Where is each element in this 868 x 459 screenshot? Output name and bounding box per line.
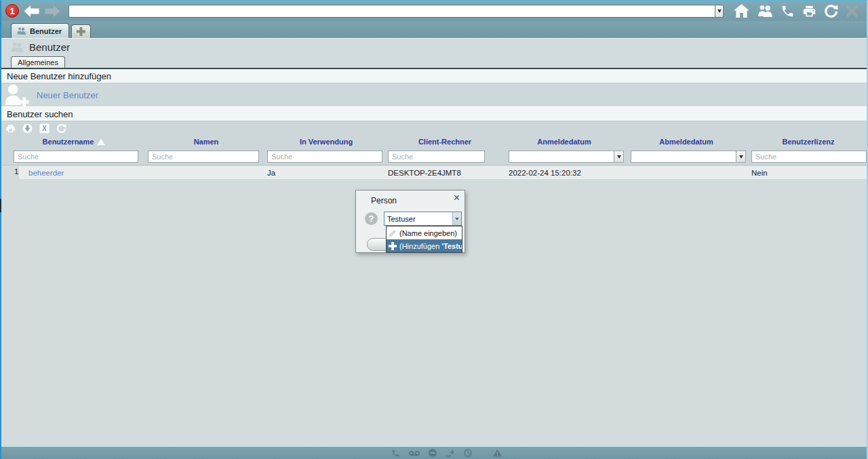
cell-benutzername[interactable]: beheerder	[19, 166, 146, 179]
filter-client-rechner-input[interactable]	[388, 151, 485, 163]
export-download-button[interactable]	[22, 123, 33, 134]
column-header-benutzername[interactable]: Benutzername	[1, 135, 146, 148]
add-tab-button[interactable]	[71, 24, 91, 38]
phone-icon	[781, 4, 795, 18]
bottom-status-bar	[1, 446, 867, 459]
notification-badge: 1	[5, 4, 19, 18]
cell-namen	[146, 166, 266, 179]
address-input[interactable]	[68, 5, 715, 18]
option-enter-name[interactable]: (Name eingeben)	[387, 226, 462, 239]
home-button[interactable]	[734, 4, 749, 18]
refresh-table-button[interactable]	[56, 123, 67, 134]
filter-abmeldedatum-select[interactable]	[631, 151, 746, 163]
sub-tab-strip: Allgemeines	[1, 56, 867, 68]
person-dialog: Person × ? (Name eingeben) (Hinzufügen '…	[355, 190, 465, 253]
select-dropdown-button[interactable]	[614, 151, 623, 162]
column-header-namen[interactable]: Namen	[146, 135, 266, 148]
tab-benutzer[interactable]: Benutzer	[11, 23, 69, 38]
refresh-button[interactable]	[824, 4, 838, 18]
filter-namen-input[interactable]	[148, 151, 259, 163]
phone-button[interactable]	[781, 4, 795, 18]
do-not-disturb-icon	[429, 449, 437, 457]
column-header-client-rechner[interactable]: Client-Rechner	[387, 135, 503, 148]
cell-benutzerlizenz: Nein	[747, 166, 868, 179]
refresh-icon	[824, 4, 838, 18]
tab-strip: Benutzer	[1, 21, 867, 38]
print-table-button[interactable]	[5, 123, 16, 134]
home-icon	[734, 4, 749, 18]
tab-allgemeines[interactable]: Allgemeines	[11, 56, 65, 68]
phone-forward-icon	[446, 450, 455, 457]
row-number: 1	[14, 167, 18, 176]
phone-icon	[391, 449, 400, 458]
option-add-testuser[interactable]: (Hinzufügen 'Testuser'	[387, 239, 462, 252]
refresh-icon	[56, 123, 66, 134]
page-title: Benutzer	[29, 41, 70, 53]
users-icon	[16, 27, 26, 35]
contacts-button[interactable]	[757, 5, 773, 17]
topbar-actions	[730, 4, 863, 18]
table-filter-row	[1, 148, 867, 165]
chevron-down-icon	[739, 155, 743, 159]
column-header-anmeldedatum[interactable]: Anmeldedatum	[503, 135, 625, 148]
tab-label: Benutzer	[30, 27, 62, 35]
combo-option-list: (Name eingeben) (Hinzufügen 'Testuser'	[386, 226, 462, 253]
column-header-benutzerlizenz[interactable]: Benutzerlizenz	[747, 135, 868, 148]
select-value	[631, 151, 736, 162]
select-dropdown-button[interactable]	[736, 151, 745, 162]
print-icon	[5, 123, 16, 134]
person-name-input[interactable]	[384, 212, 452, 225]
dialog-title: Person	[371, 196, 397, 205]
forward-icon	[45, 5, 60, 17]
forward-button[interactable]	[43, 3, 61, 18]
column-header-abmeldedatum[interactable]: Abmeldedatum	[625, 135, 747, 148]
users-icon	[10, 42, 24, 52]
new-user-link[interactable]: Neuer Benutzer	[37, 90, 98, 100]
combo-dropdown-button[interactable]	[452, 212, 461, 225]
dialog-close-button[interactable]: ×	[454, 193, 460, 203]
close-window-button[interactable]	[846, 5, 859, 18]
section-header-search-users: Benutzer suchen	[1, 106, 867, 121]
filter-in-verwendung-input[interactable]	[267, 151, 382, 163]
contacts-icon	[757, 5, 773, 17]
chevron-down-icon	[455, 218, 459, 220]
svg-text:X: X	[42, 125, 47, 132]
plus-icon	[389, 242, 397, 250]
address-bar-group	[68, 5, 724, 18]
add-user-panel: Neuer Benutzer	[1, 83, 867, 106]
page-header: Benutzer	[1, 38, 867, 56]
print-icon	[802, 4, 816, 18]
help-icon: ?	[365, 212, 378, 225]
section-header-add-users: Neue Benutzer hinzufügen	[1, 69, 867, 83]
plus-icon	[77, 27, 85, 36]
excel-icon: X	[39, 123, 50, 134]
table-toolbar: X	[1, 121, 867, 135]
filter-benutzername-input[interactable]	[14, 151, 138, 163]
close-icon	[846, 5, 859, 18]
address-dropdown-button[interactable]	[715, 5, 724, 18]
column-header-in-verwendung[interactable]: In Verwendung	[266, 135, 387, 148]
warning-icon	[493, 449, 502, 457]
filter-anmeldedatum-select[interactable]	[509, 151, 624, 163]
person-add-icon	[4, 84, 30, 106]
chevron-down-icon	[717, 9, 722, 13]
person-combobox	[384, 212, 462, 226]
table-header-row: Benutzername Namen In Verwendung Client-…	[1, 135, 867, 148]
excel-export-button[interactable]: X	[39, 123, 50, 134]
cell-client-rechner: DESKTOP-2E4JMT8	[387, 166, 503, 179]
top-navigation-bar: 1	[1, 1, 867, 21]
table-row[interactable]: 1 beheerder Ja DESKTOP-2E4JMT8 2022-02-2…	[1, 166, 867, 179]
history-icon	[464, 449, 472, 457]
chevron-down-icon	[617, 155, 621, 159]
cell-abmeldedatum	[625, 166, 747, 179]
cell-in-verwendung: Ja	[266, 166, 387, 179]
voicemail-icon	[409, 450, 420, 456]
pencil-icon	[389, 229, 397, 237]
print-button[interactable]	[802, 4, 816, 18]
select-value	[509, 151, 614, 162]
back-button[interactable]	[22, 3, 40, 18]
sort-ascending-icon	[97, 139, 105, 145]
back-icon	[24, 5, 39, 17]
filter-benutzerlizenz-input[interactable]	[751, 151, 867, 163]
window-edge-marker	[0, 199, 1, 212]
